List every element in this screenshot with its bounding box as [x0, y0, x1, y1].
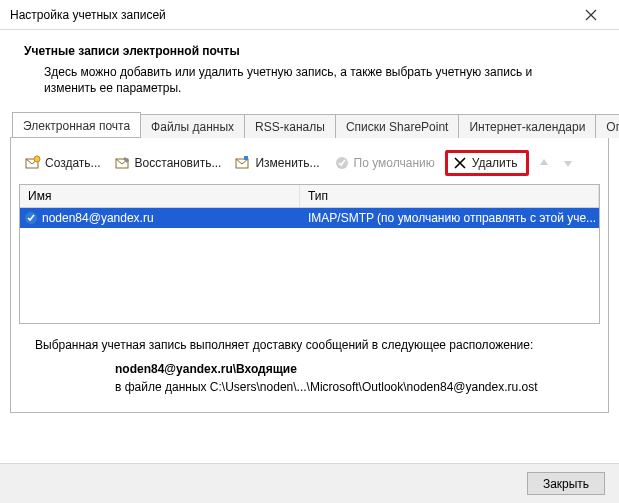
list-header: Имя Тип — [20, 185, 599, 208]
close-button[interactable]: Закрыть — [527, 472, 605, 495]
delete-icon — [452, 155, 468, 171]
window-title: Настройка учетных записей — [10, 8, 166, 22]
delivery-target: noden84@yandex.ru\Входящие — [35, 362, 584, 376]
move-down-button — [559, 154, 577, 172]
tab-email[interactable]: Электронная почта — [12, 112, 141, 137]
toolbar-default: По умолчанию — [330, 153, 439, 173]
tab-strip: Электронная почта Файлы данных RSS-канал… — [10, 112, 609, 138]
toolbar-change[interactable]: Изменить... — [231, 153, 323, 173]
close-button-label: Закрыть — [543, 477, 589, 491]
table-row[interactable]: noden84@yandex.ru IMAP/SMTP (по умолчани… — [20, 208, 599, 228]
row-type: IMAP/SMTP (по умолчанию отправлять с это… — [300, 211, 599, 225]
svg-rect-4 — [244, 156, 248, 160]
tab-published[interactable]: Опублико — [595, 114, 619, 138]
column-name[interactable]: Имя — [20, 185, 300, 207]
close-icon — [585, 9, 597, 21]
delivery-path: в файле данных C:\Users\noden\...\Micros… — [35, 380, 584, 394]
header-description: Здесь можно добавить или удалить учетную… — [24, 64, 584, 96]
toolbar: Создать... Восстановить... Изменить... П… — [19, 146, 600, 184]
toolbar-delete-label: Удалить — [472, 156, 518, 170]
header-block: Учетные записи электронной почты Здесь м… — [0, 30, 619, 106]
column-type[interactable]: Тип — [300, 185, 599, 207]
tab-rss[interactable]: RSS-каналы — [244, 114, 336, 138]
svg-point-1 — [34, 156, 40, 162]
list-body: noden84@yandex.ru IMAP/SMTP (по умолчани… — [20, 208, 599, 323]
delivery-intro: Выбранная учетная запись выполняет доста… — [35, 338, 584, 352]
window-close-button[interactable] — [569, 1, 613, 29]
tab-sharepoint[interactable]: Списки SharePoint — [335, 114, 460, 138]
accounts-list[interactable]: Имя Тип noden84@yandex.ru IMAP/SMTP (по … — [19, 184, 600, 324]
toolbar-create-label: Создать... — [45, 156, 101, 170]
new-mail-icon — [25, 155, 41, 171]
change-icon — [235, 155, 251, 171]
arrow-down-icon — [562, 157, 574, 169]
toolbar-delete[interactable]: Удалить — [445, 150, 529, 176]
title-bar: Настройка учетных записей — [0, 0, 619, 30]
toolbar-change-label: Изменить... — [255, 156, 319, 170]
move-up-button — [535, 154, 553, 172]
row-name: noden84@yandex.ru — [42, 211, 154, 225]
header-title: Учетные записи электронной почты — [24, 44, 595, 58]
toolbar-create[interactable]: Создать... — [21, 153, 105, 173]
tab-panel: Создать... Восстановить... Изменить... П… — [10, 138, 609, 413]
toolbar-repair-label: Восстановить... — [135, 156, 222, 170]
tab-data-files[interactable]: Файлы данных — [140, 114, 245, 138]
tab-internet-calendars[interactable]: Интернет-календари — [458, 114, 596, 138]
default-icon — [334, 155, 350, 171]
toolbar-repair[interactable]: Восстановить... — [111, 153, 226, 173]
toolbar-default-label: По умолчанию — [354, 156, 435, 170]
arrow-up-icon — [538, 157, 550, 169]
dialog-footer: Закрыть — [0, 463, 619, 503]
default-account-icon — [24, 211, 38, 225]
delivery-info: Выбранная учетная запись выполняет доста… — [19, 324, 600, 402]
tabs-container: Электронная почта Файлы данных RSS-канал… — [10, 112, 609, 413]
repair-icon — [115, 155, 131, 171]
